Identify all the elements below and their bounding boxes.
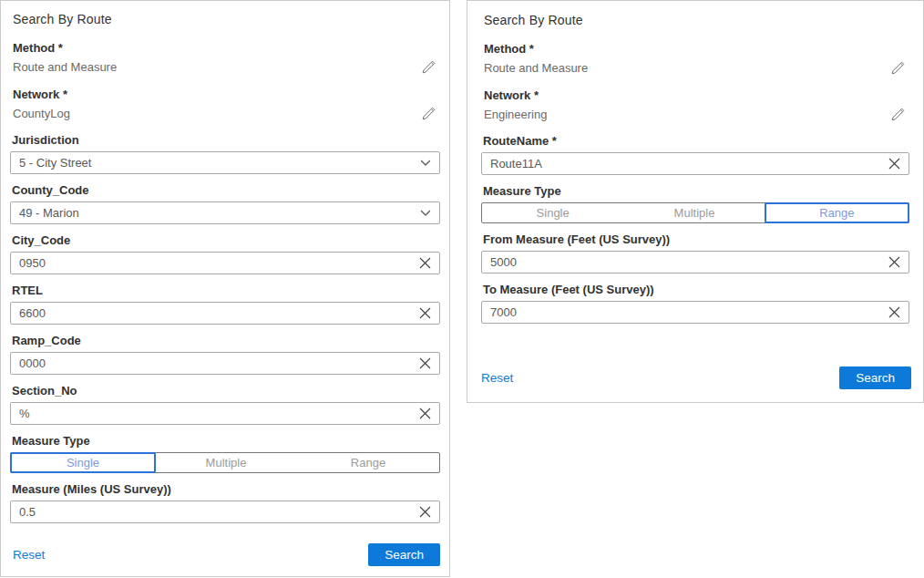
measure-input[interactable] <box>19 501 414 522</box>
to-measure-label: To Measure (Feet (US Survey)) <box>481 283 909 296</box>
chevron-down-icon <box>420 160 431 167</box>
rtel-input-wrap <box>10 302 440 325</box>
reset-link[interactable]: Reset <box>13 548 45 562</box>
clear-icon[interactable] <box>888 306 900 318</box>
search-by-route-panel-right: Search By Route Method * Route and Measu… <box>467 0 924 403</box>
ramp-code-label: Ramp_Code <box>10 334 440 347</box>
city-code-input[interactable] <box>19 253 414 274</box>
from-measure-input-wrap <box>481 251 909 274</box>
measure-type-field: Measure Type Single Multiple Range <box>10 434 440 473</box>
measure-type-segmented: Single Multiple Range <box>10 452 440 473</box>
section-no-input-wrap <box>10 402 440 425</box>
chevron-down-icon <box>420 210 431 217</box>
ramp-code-input-wrap <box>10 352 440 375</box>
to-measure-input-wrap <box>481 301 909 324</box>
rtel-label: RTEL <box>10 284 440 297</box>
segment-multiple[interactable]: Multiple <box>155 453 297 472</box>
measure-type-segmented: Single Multiple Range <box>481 202 909 223</box>
to-measure-input[interactable] <box>490 302 883 323</box>
panel-footer: Reset Search <box>467 366 923 389</box>
edit-pencil-icon[interactable] <box>890 107 906 122</box>
measure-type-label: Measure Type <box>10 434 440 448</box>
to-measure-field: To Measure (Feet (US Survey)) <box>481 283 909 324</box>
method-value: Route and Measure <box>484 61 588 75</box>
route-name-input-wrap <box>481 152 909 175</box>
network-field: Network * Engineering <box>481 88 909 122</box>
clear-icon[interactable] <box>419 307 431 319</box>
county-code-field: County_Code 49 - Marion <box>10 183 440 224</box>
clear-icon[interactable] <box>419 257 431 269</box>
route-name-input[interactable] <box>490 153 883 174</box>
county-code-label: County_Code <box>10 183 440 197</box>
segment-multiple[interactable]: Multiple <box>623 203 765 222</box>
measure-label: Measure (Miles (US Survey)) <box>10 482 440 496</box>
jurisdiction-selected-value: 5 - City Street <box>19 156 91 170</box>
measure-type-label: Measure Type <box>481 184 909 198</box>
segment-single[interactable]: Single <box>10 452 156 473</box>
clear-icon[interactable] <box>888 158 900 170</box>
panel-title: Search By Route <box>481 13 909 27</box>
city-code-input-wrap <box>10 252 440 274</box>
method-label: Method * <box>484 42 909 56</box>
county-code-select[interactable]: 49 - Marion <box>10 201 440 224</box>
search-button[interactable]: Search <box>839 366 911 389</box>
route-name-label: RouteName * <box>481 134 909 148</box>
county-code-selected-value: 49 - Marion <box>19 206 79 220</box>
method-field: Method * Route and Measure <box>10 41 440 75</box>
edit-pencil-icon[interactable] <box>890 60 906 76</box>
ramp-code-input[interactable] <box>19 353 414 374</box>
measure-field: Measure (Miles (US Survey)) <box>10 482 440 523</box>
clear-icon[interactable] <box>888 256 900 268</box>
search-by-route-panel-left: Search By Route Method * Route and Measu… <box>0 0 450 577</box>
rtel-input[interactable] <box>19 303 414 324</box>
clear-icon[interactable] <box>419 408 431 419</box>
section-no-label: Section_No <box>10 384 440 397</box>
method-label: Method * <box>13 41 440 55</box>
ramp-code-field: Ramp_Code <box>10 334 440 375</box>
edit-pencil-icon[interactable] <box>421 59 436 75</box>
from-measure-field: From Measure (Feet (US Survey)) <box>481 232 909 274</box>
clear-icon[interactable] <box>419 357 431 369</box>
city-code-label: City_Code <box>10 233 440 247</box>
network-label: Network * <box>484 88 909 102</box>
segment-range[interactable]: Range <box>765 202 909 223</box>
reset-link[interactable]: Reset <box>481 371 513 385</box>
measure-input-wrap <box>10 501 440 523</box>
clear-icon[interactable] <box>419 506 431 518</box>
edit-pencil-icon[interactable] <box>421 106 436 121</box>
section-no-input[interactable] <box>19 403 414 424</box>
rtel-field: RTEL <box>10 284 440 325</box>
network-value: CountyLog <box>13 107 70 120</box>
method-field: Method * Route and Measure <box>481 42 909 76</box>
network-value: Engineering <box>484 108 547 121</box>
city-code-field: City_Code <box>10 233 440 274</box>
jurisdiction-select[interactable]: 5 - City Street <box>10 151 440 174</box>
jurisdiction-label: Jurisdiction <box>10 133 440 147</box>
segment-range[interactable]: Range <box>297 453 439 472</box>
method-value: Route and Measure <box>13 60 117 74</box>
panel-title: Search By Route <box>10 12 440 26</box>
network-field: Network * CountyLog <box>10 88 440 121</box>
search-button[interactable]: Search <box>368 543 440 566</box>
segment-single[interactable]: Single <box>482 203 623 222</box>
route-name-field: RouteName * <box>481 134 909 175</box>
jurisdiction-field: Jurisdiction 5 - City Street <box>10 133 440 174</box>
from-measure-input[interactable] <box>490 252 883 273</box>
section-no-field: Section_No <box>10 384 440 425</box>
measure-type-field: Measure Type Single Multiple Range <box>481 184 909 223</box>
network-label: Network * <box>13 88 440 101</box>
from-measure-label: From Measure (Feet (US Survey)) <box>481 232 909 246</box>
panel-footer: Reset Search <box>1 543 449 566</box>
